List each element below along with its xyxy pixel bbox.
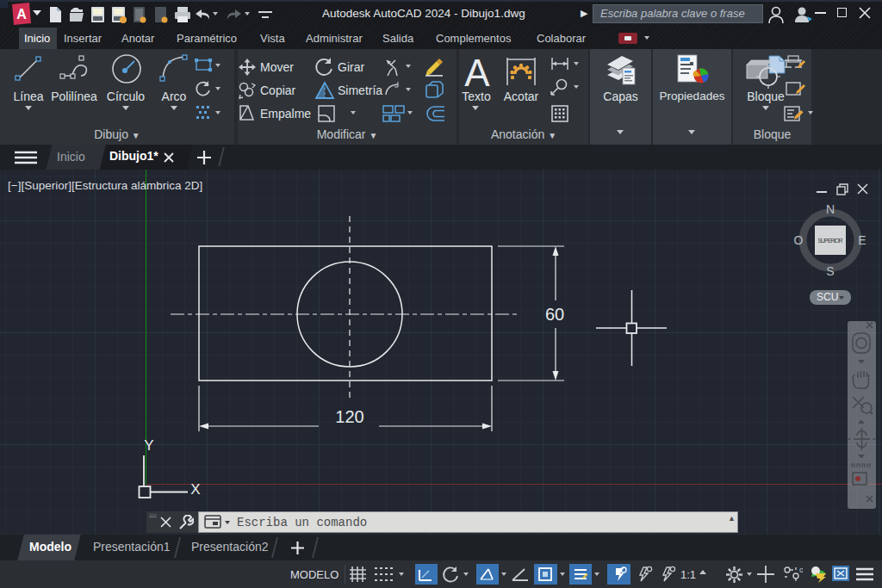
svg-text:O: O: [794, 233, 804, 247]
svg-text:E: E: [858, 233, 866, 247]
svg-text:A: A: [16, 7, 27, 22]
svg-text:120: 120: [335, 407, 363, 426]
svg-text:N: N: [826, 202, 835, 216]
svg-text:Y: Y: [144, 437, 153, 454]
svg-text:o: o: [799, 566, 803, 574]
svg-text:X: X: [190, 481, 200, 498]
svg-text:SUPERIOR: SUPERIOR: [818, 238, 843, 244]
svg-text:A: A: [464, 52, 490, 89]
svg-text:S: S: [826, 264, 834, 278]
svg-text:60: 60: [545, 305, 564, 324]
